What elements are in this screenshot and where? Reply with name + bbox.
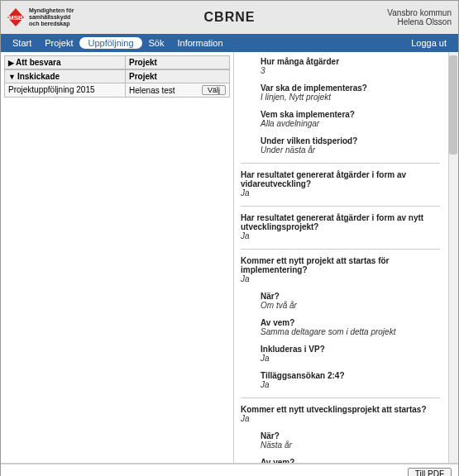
q-value: Alla avdelningar	[261, 119, 440, 128]
org-name: Myndigheten för samhällsskydd och bereds…	[29, 7, 74, 26]
q-value: Ja	[241, 274, 440, 283]
app-title: CBRNE	[204, 10, 256, 25]
table-row[interactable]: Projektuppföljning 2015 Helenas test Väl…	[4, 83, 230, 98]
q-label: Kommer ett nytt projekt att startas för …	[241, 256, 440, 274]
nav-start[interactable]: Start	[6, 36, 38, 50]
to-pdf-button[interactable]: Till PDF	[408, 468, 452, 476]
nav-information[interactable]: Information	[171, 36, 230, 50]
row-name: Projektuppföljning 2015	[5, 83, 126, 97]
scrollbar[interactable]	[448, 52, 458, 463]
navbar: Start Projekt Uppföljning Sök Informatio…	[1, 34, 458, 52]
q-label: Av vem?	[261, 458, 440, 463]
section-att-besvara[interactable]: ▶Att besvara Projekt	[4, 55, 230, 69]
q-label: Tilläggsansökan 2:4?	[261, 371, 440, 380]
q-value: Under nästa år	[261, 145, 440, 155]
q-label: Hur många åtgärder	[261, 57, 440, 66]
q-label: Av vem?	[261, 318, 440, 327]
q-value: Nästa år	[261, 440, 440, 450]
expand-icon: ▶	[8, 59, 14, 67]
q-value: Om två år	[261, 301, 440, 310]
nav-uppfoljning[interactable]: Uppföljning	[79, 37, 141, 49]
q-value: 3	[261, 66, 440, 75]
svg-text:MSB: MSB	[8, 14, 23, 21]
collapse-icon: ▼	[8, 73, 16, 81]
nav-sok[interactable]: Sök	[142, 36, 171, 50]
q-label: Har resultatet genererat åtgärder i form…	[241, 213, 440, 231]
app-header: MSB Myndigheten för samhällsskydd och be…	[1, 1, 458, 34]
q-value: Samma deltagare som i detta projekt	[261, 327, 440, 336]
user-block: Vansbro kommun Helena Olsson	[387, 8, 458, 26]
section-inskickade[interactable]: ▼Inskickade Projekt	[4, 69, 230, 83]
nav-projekt[interactable]: Projekt	[38, 36, 79, 50]
q-value: I linjen, Nytt projekt	[261, 93, 440, 102]
q-label: Var ska de implementeras?	[261, 83, 440, 93]
detail-panel: Hur många åtgärder3 Var ska de implement…	[234, 52, 458, 463]
q-value: Ja	[261, 354, 440, 363]
q-value: Ja	[261, 380, 440, 389]
left-panel: ▶Att besvara Projekt ▼Inskickade Projekt…	[1, 52, 234, 463]
q-value: Ja	[241, 188, 440, 198]
q-label: Vem ska implementera?	[261, 110, 440, 119]
q-value: Ja	[241, 414, 440, 423]
q-label: När?	[261, 292, 440, 301]
q-label: Kommer ett nytt utvecklingsprojekt att s…	[241, 405, 440, 414]
msb-logo-icon: MSB	[6, 7, 26, 27]
nav-logout[interactable]: Logga ut	[404, 36, 453, 50]
row-project: Helenas test	[129, 86, 175, 95]
q-label: När?	[261, 431, 440, 440]
q-value: Ja	[241, 231, 440, 240]
q-label: Har resultatet genererat åtgärder i form…	[241, 170, 440, 188]
q-label: Inkluderas i VP?	[261, 345, 440, 354]
q-label: Under vilken tidsperiod?	[261, 136, 440, 145]
select-button[interactable]: Välj	[202, 85, 226, 95]
